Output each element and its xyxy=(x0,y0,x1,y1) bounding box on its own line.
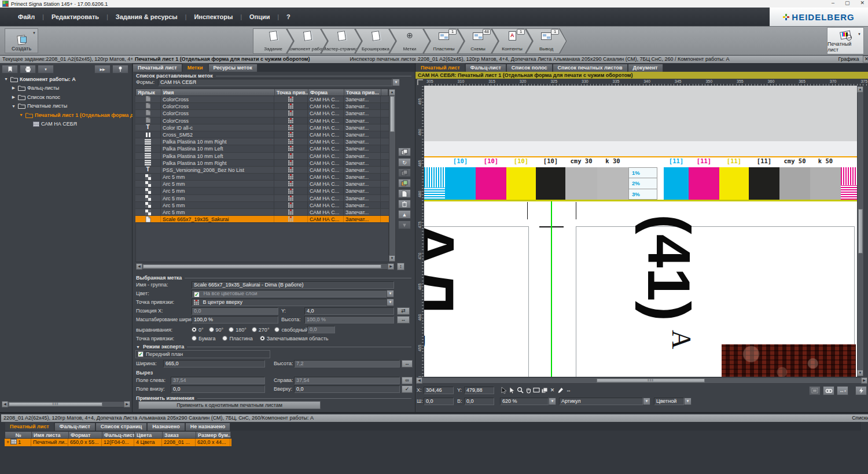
scroll-right-icon[interactable]: ▶ xyxy=(861,377,867,384)
foreground-checkbox-row[interactable]: ✓ Передний план xyxy=(135,350,270,358)
tree-item-5[interactable]: ▼Печатный лист 1 (Отдельная форма для пе… xyxy=(1,111,131,120)
press-sheet-view-button[interactable]: Печатный лист ▼ xyxy=(827,27,864,54)
flash-tool-icon[interactable] xyxy=(855,386,867,395)
menu-item-2[interactable]: Задания & ресурсы xyxy=(108,13,185,20)
mark-row-1[interactable]: ColorCrossСАМ НА С...Запечат... xyxy=(135,96,389,103)
cursor-tool-icon[interactable] xyxy=(500,386,507,394)
save-view-button[interactable] xyxy=(2,65,18,74)
mark-color-select[interactable]: ✓ На все цветовые слои xyxy=(192,290,387,297)
mark-color-arrow-icon[interactable]: ▼ xyxy=(387,290,394,297)
position-x-field[interactable]: 0,0 xyxy=(192,307,278,315)
workflow-step-9[interactable]: Вывод1 xyxy=(526,28,567,54)
forms-select[interactable]: САМ НА СЕБЯ xyxy=(158,79,392,86)
reference-option[interactable]: Бумага xyxy=(192,336,215,341)
margin-right-field[interactable]: 37,54 xyxy=(294,377,400,384)
mark-row-2[interactable]: ColorCrossСАМ НА С...Запечат... xyxy=(135,103,389,110)
create-button[interactable]: Создать ▼ xyxy=(5,28,38,53)
tree-expander-icon[interactable]: ▼ xyxy=(3,77,9,81)
maximize-button[interactable]: ▢ xyxy=(845,0,850,6)
graphic-tab-1[interactable]: Печатный лист xyxy=(415,63,465,72)
rotation-free-option[interactable]: свободный: xyxy=(274,327,309,333)
lists-tab-4[interactable]: Назначено xyxy=(147,422,185,431)
view-options-dropdown[interactable]: ▼ xyxy=(38,65,54,74)
mark-row-18[interactable]: Scale 665x7_19x35_SakuraiСАМ НА С...Запе… xyxy=(135,216,389,223)
apply-margins-button[interactable]: ✓ xyxy=(402,385,413,393)
height-field[interactable]: 7,2 xyxy=(294,360,400,368)
snap-off-icon[interactable]: ↔x xyxy=(837,386,848,395)
sheet-preview-canvas[interactable]: [10][10][10][10]cmy 30k 30[11][11][11][1… xyxy=(424,86,857,377)
mark-row-8[interactable]: Palka Plastina 10 mm LeftСАМ НА С...Запе… xyxy=(135,145,389,152)
mark-row-13[interactable]: Arc 5 mmСАМ НА С...Запечат... xyxy=(135,181,389,188)
lists-tab-1[interactable]: Печатный лист xyxy=(5,422,54,431)
refresh-mark-button[interactable]: ↻ xyxy=(398,158,411,167)
chain-links-icon[interactable] xyxy=(823,386,834,395)
reference-option[interactable]: Запечатываемая область xyxy=(260,336,329,341)
menu-item-5[interactable]: ? xyxy=(279,13,298,20)
scale-height-field[interactable]: 100,0 % xyxy=(304,316,394,324)
display-mode-arrow-icon[interactable]: ▼ xyxy=(643,398,650,405)
zoom-arrow-icon[interactable]: ▼ xyxy=(549,398,556,405)
delete-tool-icon[interactable]: ✕ xyxy=(549,386,556,394)
lists-tab-5[interactable]: Не назначено xyxy=(185,422,230,431)
scroll-left-icon[interactable]: ◀ xyxy=(2,401,8,407)
mark-row-10[interactable]: Palka Plastina 10 mm RightСАМ НА С...Зап… xyxy=(135,160,389,167)
pin-button[interactable] xyxy=(112,65,128,74)
inspector-tab-1[interactable]: Печатный лист xyxy=(133,64,182,72)
tree-item-2[interactable]: ▶Фальц-листы xyxy=(1,84,131,93)
menu-item-4[interactable]: Опции xyxy=(242,13,278,20)
mark-row-5[interactable]: TColor ID all-cСАМ НА С...Запечат... xyxy=(135,124,389,131)
link-size-button[interactable]: ↔ xyxy=(402,360,413,368)
scroll-right-icon[interactable]: ▶ xyxy=(388,263,394,270)
duplicate-colored-button[interactable] xyxy=(398,179,411,188)
mark-row-17[interactable]: Arc 5 mmСАМ НА С...Запечат... xyxy=(135,209,389,216)
swap-mark-button[interactable] xyxy=(398,148,411,156)
lists-tab-2[interactable]: Фальц-лист xyxy=(54,422,95,431)
tree-item-4[interactable]: ▼Печатные листы xyxy=(1,102,131,111)
rotation-option[interactable]: 270° xyxy=(252,327,270,333)
margin-top-field[interactable]: 0,0 xyxy=(294,385,400,393)
mark-row-14[interactable]: Arc 5 mmСАМ НА С...Запечат... xyxy=(135,188,389,194)
stamp-tool-icon[interactable] xyxy=(809,386,821,395)
graphic-tab-4[interactable]: Список печатных листов xyxy=(553,64,628,72)
preview-hscrollbar[interactable]: ◀ ▶ ⦀⦀⦀ xyxy=(415,377,868,384)
position-y-field[interactable]: 4,0 xyxy=(304,307,394,315)
minimize-button[interactable]: – xyxy=(832,0,834,6)
pan-tool-icon[interactable] xyxy=(524,386,532,394)
delete-mark-button[interactable] xyxy=(398,200,411,208)
color-mode-arrow-icon[interactable]: ▼ xyxy=(684,398,692,405)
scroll-left-icon[interactable]: ◀ xyxy=(136,263,142,270)
scroll-right-icon[interactable]: ▶ xyxy=(124,401,130,407)
anchor-point-arrow-icon[interactable]: ▼ xyxy=(387,299,394,306)
menu-item-3[interactable]: Инспекторы xyxy=(186,13,240,20)
mark-row-7[interactable]: Palka Plastina 10 mm RightСАМ НА С...Зап… xyxy=(135,138,389,145)
mark-row-15[interactable]: Arc 5 mmСАМ НА С...Запечат... xyxy=(135,195,389,202)
margin-left-field[interactable]: 37,54 xyxy=(171,377,265,384)
measure-tool-icon[interactable]: ↔ xyxy=(565,386,572,394)
menu-item-1[interactable]: Редактировать xyxy=(44,13,106,20)
mark-row-3[interactable]: ColorCrossСАМ НА С...Запечат... xyxy=(135,110,389,117)
close-panel-icon[interactable]: ✕ xyxy=(863,56,868,63)
scroll-up-icon[interactable]: ▲ xyxy=(389,89,395,95)
mark-row-16[interactable]: Arc 5 mmСАМ НА С...Запечат... xyxy=(135,202,389,209)
scroll-down-icon[interactable]: ▼ xyxy=(389,255,395,262)
sheet-row-1[interactable]: +1Печатный ли...650,0 x 55...12(F04-0...… xyxy=(5,439,231,446)
link-scale-button[interactable]: ↔ xyxy=(397,316,410,324)
graphic-tab-5[interactable]: Документ xyxy=(628,64,663,72)
display-mode-select[interactable]: Артикул xyxy=(559,398,643,405)
tree-expander-icon[interactable]: ▼ xyxy=(11,104,16,108)
mark-row-11[interactable]: TPSS_Versioning_2008_Bez No ListСАМ НА С… xyxy=(135,167,389,174)
mark-row-4[interactable]: ColorCrossСАМ НА С...Запечат... xyxy=(135,117,389,124)
resize-handle[interactable]: ↕ xyxy=(397,263,404,270)
zoom-select[interactable]: 620 % xyxy=(500,398,549,405)
scale-width-field[interactable]: 100,0 % xyxy=(192,316,278,324)
select-frame-tool-icon[interactable] xyxy=(508,386,516,394)
print-button[interactable] xyxy=(20,65,36,74)
inspector-tab-2[interactable]: Метки xyxy=(182,63,208,72)
tree-item-6[interactable]: САМ НА СЕБЯ xyxy=(1,120,131,129)
scroll-left-icon[interactable]: ◀ xyxy=(416,377,422,384)
forms-select-arrow-icon[interactable]: ▼ xyxy=(392,79,400,86)
margin-bottom-field[interactable]: 0,0 xyxy=(171,385,265,393)
marks-table-vscrollbar[interactable]: ▲ ▼ xyxy=(389,89,396,262)
copy-mark-button[interactable] xyxy=(398,168,411,177)
preview-vscrollbar[interactable]: ▲ ▼ xyxy=(857,86,864,377)
